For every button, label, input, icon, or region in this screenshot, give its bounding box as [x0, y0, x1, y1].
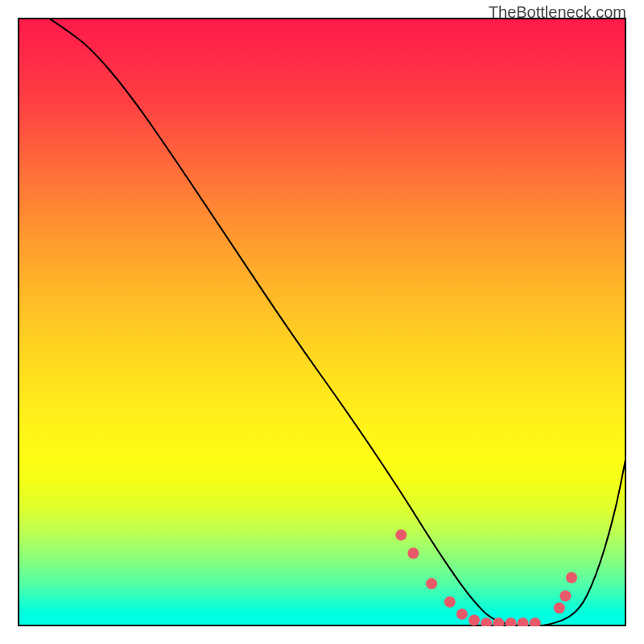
chart-container: TheBottleneck.com	[0, 0, 644, 644]
gradient-background	[19, 19, 625, 625]
watermark-text: TheBottleneck.com	[489, 3, 626, 22]
